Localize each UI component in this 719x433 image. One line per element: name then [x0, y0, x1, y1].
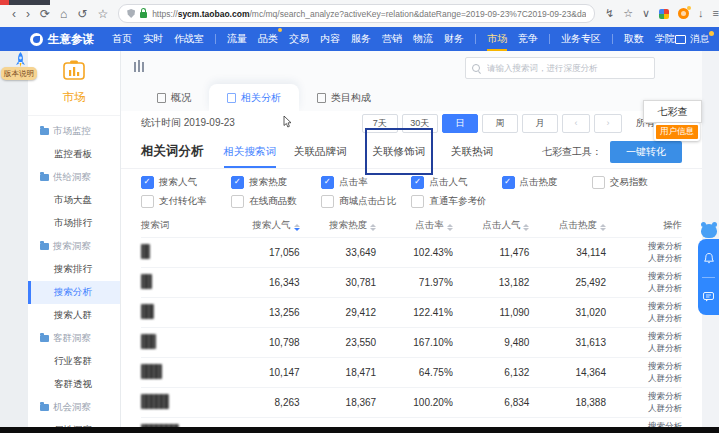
qicaicha-tool-popup[interactable]: 七彩查: [643, 100, 702, 123]
checkbox-mall-click-share[interactable]: 商城点击占比: [321, 195, 411, 208]
topnav-item-realtime[interactable]: 实时: [143, 27, 163, 51]
checkbox-payment-conversion[interactable]: 支付转化率: [141, 195, 231, 208]
date-button-month[interactable]: 月: [522, 114, 558, 133]
topnav-item-marketing[interactable]: 营销: [382, 27, 402, 51]
forward-icon[interactable]: ›: [26, 8, 30, 20]
crowd-analysis-link[interactable]: 人群分析: [610, 283, 682, 294]
crowd-analysis-link[interactable]: 人群分析: [610, 253, 682, 264]
orange-extension-icon[interactable]: [678, 8, 689, 19]
user-info-badge[interactable]: 用户信息: [654, 123, 700, 141]
sidebar-item-label: 搜索人群: [54, 309, 92, 322]
home-icon[interactable]: ⌂: [60, 8, 67, 20]
topnav-item-warroom[interactable]: 作战室: [174, 27, 204, 51]
messages-button[interactable]: 消息: [675, 33, 709, 46]
crowd-analysis-link[interactable]: 人群分析: [610, 343, 682, 354]
sidebar-item-search-analysis[interactable]: 搜索分析: [28, 281, 120, 304]
menu-icon[interactable]: ≡: [713, 8, 719, 19]
sidebar-item-market-ranking[interactable]: 市场排行: [28, 212, 120, 235]
chevron-down-icon[interactable]: ∨: [642, 8, 650, 19]
checkbox-click-popularity[interactable]: 点击人气: [411, 176, 501, 189]
checkbox-search-popularity[interactable]: 搜索人气: [141, 176, 231, 189]
word-tab-brand-words[interactable]: 关联品牌词: [294, 135, 347, 168]
topnav-item-market[interactable]: 市场: [487, 27, 507, 51]
sidebar-item-label: 行业客群: [54, 355, 92, 368]
sidebar-item-monitor-board[interactable]: 监控看板: [28, 143, 120, 166]
sidebar-section-opportunity-insight[interactable]: 机会洞察: [28, 396, 120, 419]
search-input[interactable]: [485, 62, 648, 74]
table-row: 7,474 16,790 238.57% 6,376 27,701 搜索分析人群…: [141, 417, 682, 427]
mascot-icon[interactable]: [701, 224, 717, 238]
date-next-button[interactable]: ›: [594, 114, 622, 133]
sort-icon: [294, 224, 300, 231]
sidebar-section-customer-insight[interactable]: 客群洞察: [28, 327, 120, 350]
star-icon[interactable]: ☆: [623, 8, 633, 19]
sidebar-item-customer-perspective[interactable]: 客群透视: [28, 373, 120, 396]
topnav-item-data-fetch[interactable]: 取数: [624, 27, 644, 51]
checkbox-search-heat[interactable]: 搜索热度: [231, 176, 321, 189]
column-header-search-heat[interactable]: 搜索热度: [304, 219, 381, 232]
search-analysis-link[interactable]: 搜索分析: [610, 391, 682, 402]
topnav-item-logistics[interactable]: 物流: [413, 27, 433, 51]
brand-logo[interactable]: 生意参谋: [30, 32, 94, 47]
topnav-item-trade[interactable]: 交易: [289, 27, 309, 51]
crowd-analysis-link[interactable]: 人群分析: [610, 373, 682, 384]
folder-icon: [40, 243, 49, 250]
date-button-week[interactable]: 周: [482, 114, 518, 133]
topnav-item-service[interactable]: 服务: [351, 27, 371, 51]
topnav-item-academy[interactable]: 学院: [655, 27, 675, 51]
download-icon[interactable]: ↓: [698, 8, 704, 19]
word-tab-related-search[interactable]: 相关搜索词: [224, 135, 277, 168]
sidebar-section-search-insight[interactable]: 搜索洞察: [28, 235, 120, 258]
search-analysis-link[interactable]: 搜索分析: [610, 361, 682, 372]
crowd-analysis-link[interactable]: 人群分析: [610, 313, 682, 324]
one-click-convert-button[interactable]: 一键转化: [610, 141, 682, 163]
column-header-click-popularity[interactable]: 点击人气: [457, 219, 534, 232]
reload-icon[interactable]: ⟳: [40, 8, 50, 20]
checkbox-click-rate[interactable]: 点击率: [321, 176, 411, 189]
topnav-item-home[interactable]: 首页: [112, 27, 132, 51]
flash-icon[interactable]: ↯: [605, 8, 614, 19]
search-analysis-link[interactable]: 搜索分析: [610, 331, 682, 342]
column-header-click-rate[interactable]: 点击率: [380, 219, 457, 232]
checkbox-icon: [231, 176, 244, 189]
checkbox-ztc-reference-price[interactable]: 直通车参考价: [411, 195, 501, 208]
topnav-item-content[interactable]: 内容: [320, 27, 340, 51]
chat-icon[interactable]: [703, 292, 714, 302]
sidebar-item-industry-customers[interactable]: 行业客群: [28, 350, 120, 373]
bell-icon[interactable]: [704, 253, 714, 264]
keyword-cell: [141, 244, 227, 261]
bookmark-star-icon[interactable]: ☆: [97, 8, 108, 20]
word-tab-hot-words[interactable]: 关联热词: [451, 135, 493, 168]
crowd-analysis-link[interactable]: 人群分析: [610, 403, 682, 414]
date-button-day[interactable]: 日: [442, 114, 478, 133]
topnav-item-finance[interactable]: 财务: [444, 27, 464, 51]
search-analysis-link[interactable]: 搜索分析: [610, 271, 682, 282]
word-tab-modifier-words[interactable]: 关联修饰词: [365, 128, 434, 175]
sidebar-section-market-monitor[interactable]: 市场监控: [28, 120, 120, 143]
checkbox-click-heat[interactable]: 点击热度: [502, 176, 592, 189]
sidebar-section-supply-insight[interactable]: 供给洞察: [28, 166, 120, 189]
topnav-item-business-zone[interactable]: 业务专区: [561, 27, 601, 51]
search-analysis-link[interactable]: 搜索分析: [610, 241, 682, 252]
column-header-search-popularity[interactable]: 搜索人气: [227, 219, 304, 232]
version-badge[interactable]: 版本说明: [1, 67, 37, 80]
sidebar-item-market-overview[interactable]: 市场大盘: [28, 189, 120, 212]
chart-bars-icon[interactable]: [134, 60, 144, 72]
color-grid-extension-icon[interactable]: [659, 9, 669, 19]
date-prev-button[interactable]: ‹: [562, 114, 590, 133]
tab-related-analysis[interactable]: 相关分析: [209, 84, 299, 111]
tab-overview[interactable]: 概况: [139, 84, 209, 111]
topnav-item-competition[interactable]: 竞争: [518, 27, 538, 51]
column-header-click-heat[interactable]: 点击热度: [533, 219, 610, 232]
address-bar[interactable]: https://sycm.taobao.com/mc/mq/search_ana…: [118, 4, 595, 23]
back-icon[interactable]: ‹: [12, 8, 16, 20]
sidebar-item-search-ranking[interactable]: 搜索排行: [28, 258, 120, 281]
tab-category-composition[interactable]: 类目构成: [299, 84, 389, 111]
sidebar-item-search-crowd[interactable]: 搜索人群: [28, 304, 120, 327]
history-icon[interactable]: ↺: [77, 8, 87, 20]
checkbox-trade-index[interactable]: 交易指数: [592, 176, 682, 189]
search-analysis-link[interactable]: 搜索分析: [610, 301, 682, 312]
topnav-item-category[interactable]: 品类: [258, 27, 278, 51]
topnav-item-traffic[interactable]: 流量: [227, 27, 247, 51]
checkbox-online-products[interactable]: 在线商品数: [231, 195, 321, 208]
